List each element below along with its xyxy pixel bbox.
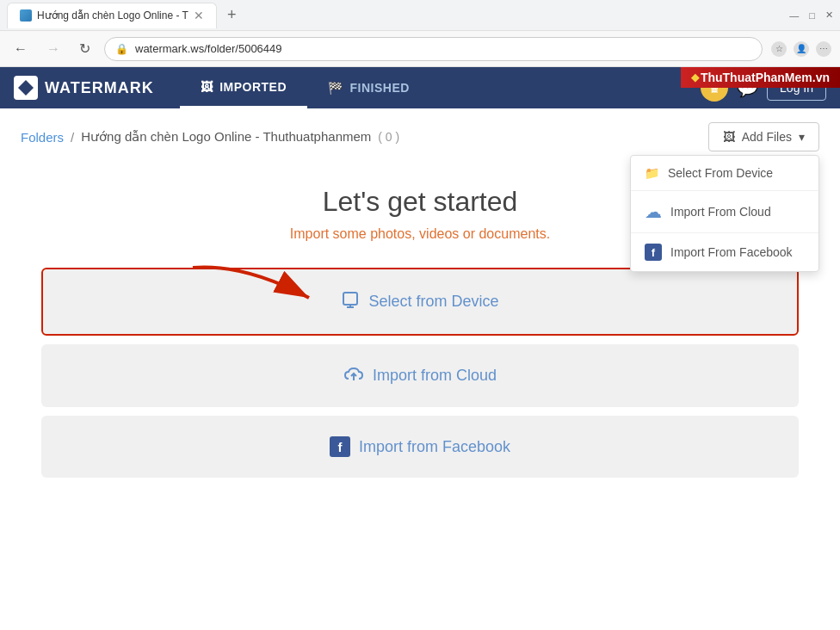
facebook-icon: f — [645, 244, 662, 261]
cloud-icon — [343, 365, 364, 386]
breadcrumb-separator: / — [71, 130, 74, 145]
dropdown-import-cloud-label: Import From Cloud — [670, 205, 771, 219]
add-files-container: 🖼 Add Files ▾ 📁 Select From Device ☁ Imp… — [708, 122, 819, 151]
star-icon[interactable]: ☆ — [771, 41, 787, 57]
app-logo: WATERMARK — [14, 76, 154, 100]
add-files-dropdown: 📁 Select From Device ☁ Import From Cloud… — [630, 155, 819, 272]
breadcrumb-count: ( 0 ) — [378, 130, 399, 144]
nav-tabs: 🖼 IMPORTED 🏁 FINISHED — [180, 67, 430, 108]
logo-diamond — [18, 80, 34, 96]
new-tab-button[interactable]: + — [220, 6, 244, 24]
card-cloud-label: Import from Cloud — [373, 367, 497, 385]
branding-text: ThuThuatPhanMem.vn — [701, 71, 830, 84]
tab-finished-label: FINISHED — [350, 81, 410, 95]
back-button[interactable]: ← — [9, 38, 33, 60]
branding-overlay: ◆ ThuThuatPhanMem.vn — [681, 67, 840, 88]
add-files-icon: 🖼 — [723, 130, 735, 144]
page-content: Folders / Hướng dẫn chèn Logo Online - T… — [0, 108, 840, 517]
finished-icon: 🏁 — [328, 81, 343, 95]
imported-icon: 🖼 — [201, 80, 213, 94]
logo-text: WATERMARK — [45, 79, 154, 97]
browser-tabs: Hướng dẫn chèn Logo Online - T ✕ + — [7, 3, 243, 28]
add-files-label: Add Files — [742, 130, 792, 144]
breadcrumb-folders-link[interactable]: Folders — [21, 130, 64, 145]
dropdown-import-facebook-label: Import From Facebook — [670, 245, 793, 259]
cloud-upload-icon: ☁ — [645, 201, 662, 222]
maximize-button[interactable]: □ — [809, 10, 815, 21]
folder-icon: 📁 — [645, 166, 659, 180]
card-select-device[interactable]: Select from Device — [41, 268, 799, 336]
window-controls: — □ ✕ — [789, 9, 833, 21]
more-icon[interactable]: ⋯ — [816, 41, 831, 57]
minimize-button[interactable]: — — [789, 10, 799, 21]
close-button[interactable]: ✕ — [825, 9, 833, 21]
fb-card-icon: f — [330, 436, 350, 457]
dropdown-import-cloud[interactable]: ☁ Import From Cloud — [631, 191, 818, 233]
device-icon — [341, 290, 360, 313]
reload-button[interactable]: ↻ — [74, 37, 96, 60]
address-right-icons: ☆ 👤 ⋯ — [771, 41, 831, 57]
tab-imported-label: IMPORTED — [219, 80, 287, 94]
tab-imported[interactable]: 🖼 IMPORTED — [180, 67, 307, 108]
breadcrumb: Folders / Hướng dẫn chèn Logo Online - T… — [21, 129, 399, 145]
user-icon[interactable]: 👤 — [794, 41, 809, 57]
svg-rect-1 — [343, 293, 357, 305]
address-text: watermark.ws/folder/5006449 — [135, 42, 751, 55]
dropdown-select-device-label: Select From Device — [668, 166, 773, 180]
page-header: Folders / Hướng dẫn chèn Logo Online - T… — [21, 122, 819, 151]
address-bar: ← → ↻ 🔒 watermark.ws/folder/5006449 ☆ 👤 … — [0, 31, 840, 67]
dropdown-select-device[interactable]: 📁 Select From Device — [631, 156, 818, 191]
lock-icon: 🔒 — [115, 43, 128, 55]
dropdown-import-facebook[interactable]: f Import From Facebook — [631, 233, 818, 271]
active-tab[interactable]: Hướng dẫn chèn Logo Online - T ✕ — [7, 3, 217, 28]
forward-button[interactable]: → — [41, 38, 65, 60]
logo-icon — [14, 76, 38, 100]
card-import-facebook[interactable]: f Import from Facebook — [41, 416, 799, 478]
card-import-cloud[interactable]: Import from Cloud — [41, 344, 799, 407]
address-input[interactable]: 🔒 watermark.ws/folder/5006449 — [104, 37, 763, 61]
card-device-label: Select from Device — [368, 293, 498, 311]
tab-close-button[interactable]: ✕ — [194, 9, 204, 22]
arrow-svg — [176, 259, 330, 319]
tab-finished[interactable]: 🏁 FINISHED — [307, 67, 430, 108]
breadcrumb-current: Hướng dẫn chèn Logo Online - Thuthuatpha… — [81, 129, 371, 145]
add-files-button[interactable]: 🖼 Add Files ▾ — [708, 122, 819, 151]
tab-title: Hướng dẫn chèn Logo Online - T — [37, 9, 188, 22]
tab-favicon — [20, 9, 32, 22]
arrow-indicator — [176, 259, 330, 323]
browser-titlebar: Hướng dẫn chèn Logo Online - T ✕ + — □ ✕ — [0, 0, 840, 31]
card-facebook-label: Import from Facebook — [359, 438, 510, 456]
add-files-arrow: ▾ — [799, 130, 805, 144]
